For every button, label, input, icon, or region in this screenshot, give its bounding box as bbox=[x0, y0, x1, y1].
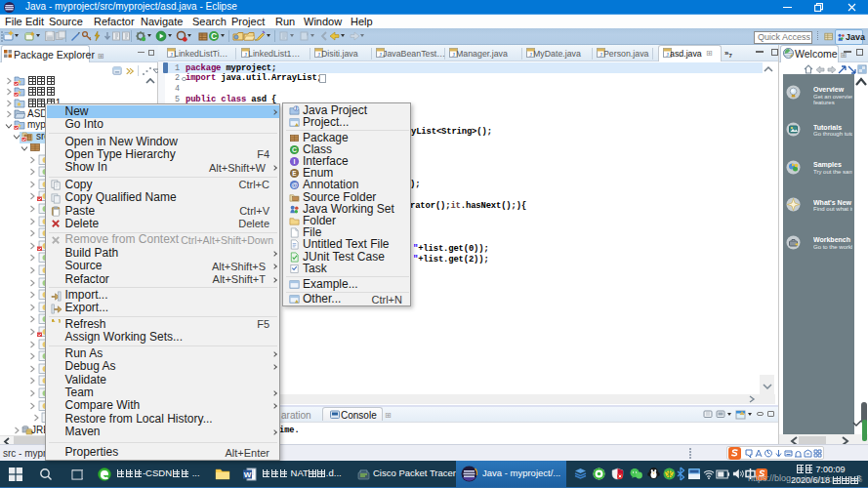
svg-text:@: @ bbox=[291, 182, 298, 188]
svg-text:E: E bbox=[292, 170, 297, 177]
svg-text:W: W bbox=[244, 470, 252, 479]
svg-text:C: C bbox=[292, 146, 297, 153]
svg-text:I: I bbox=[294, 158, 296, 165]
